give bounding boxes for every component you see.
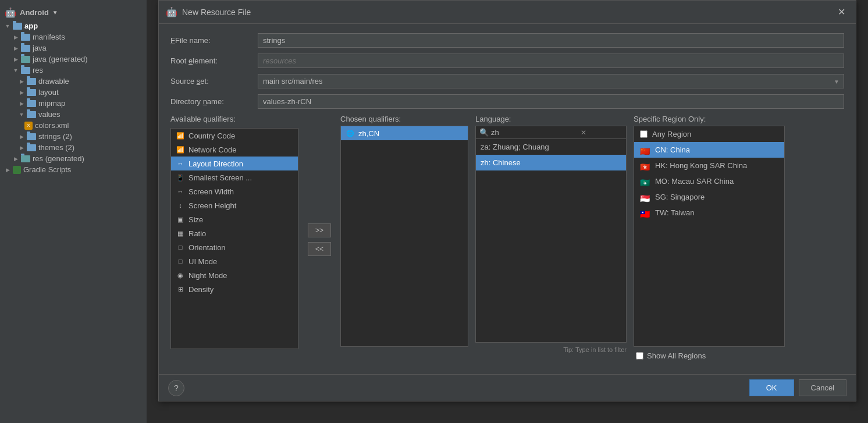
sidebar-item-gradle[interactable]: ▶ Gradle Scripts <box>0 164 147 175</box>
remove-qualifier-button[interactable]: << <box>308 242 331 256</box>
sidebar-item-strings[interactable]: ▶ strings (2) <box>0 131 147 142</box>
expand-icon: ▶ <box>5 167 10 173</box>
qualifier-icon: □ <box>176 243 185 252</box>
qualifier-ratio[interactable]: ▦ Ratio <box>171 226 298 240</box>
language-list[interactable]: za: Zhuang; Chuang zh: Chinese <box>475 139 627 343</box>
qualifier-country-code[interactable]: 📶 Country Code <box>171 129 298 143</box>
directory-name-input[interactable] <box>258 94 844 109</box>
sidebar-item-app[interactable]: ▼ app <box>0 20 147 31</box>
show-all-regions-row: Show All Regions <box>634 347 785 365</box>
folder-icon <box>13 23 22 30</box>
sidebar-item-drawable[interactable]: ▶ drawable <box>0 76 147 87</box>
dialog-body: FFile name: Root element: Source set: ma… <box>159 24 856 374</box>
chosen-item-label: zh,CN <box>358 129 379 138</box>
qualifier-screen-width[interactable]: ↔ Screen Width <box>171 184 298 198</box>
qualifier-ui-mode[interactable]: □ UI Mode <box>171 254 298 268</box>
available-qualifiers-label: Available qualifiers: <box>170 115 298 123</box>
sidebar-item-java[interactable]: ▶ java <box>0 42 147 54</box>
qualifier-night-mode[interactable]: ◉ Night Mode <box>171 268 298 282</box>
folder-icon <box>21 155 30 162</box>
source-set-select[interactable]: main src/main/res <box>258 74 844 88</box>
region-item-cn[interactable]: 🇨🇳 CN: China <box>634 142 784 158</box>
sidebar-item-layout[interactable]: ▶ layout <box>0 87 147 98</box>
sidebar-item-label: Gradle Scripts <box>23 165 71 174</box>
qualifier-icon: ↔ <box>176 159 185 168</box>
show-all-regions-checkbox[interactable] <box>636 352 643 360</box>
region-label: Specific Region Only: <box>634 115 785 123</box>
source-set-label: Source set: <box>170 77 258 86</box>
qualifier-density[interactable]: ⊞ Density <box>171 282 298 296</box>
language-search-box: 🔍 ✕ <box>475 126 627 139</box>
region-item-label: SG: Singapore <box>655 193 705 201</box>
sidebar-item-manifests[interactable]: ▶ manifests <box>0 31 147 42</box>
qualifier-smallest-screen[interactable]: 📱 Smallest Screen ... <box>171 170 298 184</box>
dropdown-arrow-icon[interactable]: ▼ <box>52 9 58 16</box>
qualifier-screen-height[interactable]: ↕ Screen Height <box>171 198 298 212</box>
file-name-label: FFile name: <box>170 36 258 45</box>
region-item-sg[interactable]: 🇸🇬 SG: Singapore <box>634 189 784 205</box>
qualifier-size[interactable]: ▣ Size <box>171 212 298 226</box>
chosen-qualifiers-list[interactable]: 🌐 zh,CN <box>340 126 468 347</box>
sidebar-item-mipmap[interactable]: ▶ mipmap <box>0 98 147 109</box>
expand-icon: ▶ <box>19 79 24 84</box>
region-item-label: Any Region <box>652 130 691 138</box>
ok-button[interactable]: OK <box>749 379 794 396</box>
dialog-overlay: 🤖 New Resource File ✕ FFile name: Root e… <box>147 0 868 423</box>
file-name-input[interactable] <box>258 33 844 48</box>
qualifier-label: Orientation <box>188 243 226 252</box>
sidebar-item-colors[interactable]: X colors.xml <box>0 120 147 131</box>
language-item-za[interactable]: za: Zhuang; Chuang <box>476 139 626 155</box>
region-item-label: MO: Macau SAR China <box>655 177 734 186</box>
dialog-titlebar: 🤖 New Resource File ✕ <box>159 1 856 24</box>
sidebar-item-label: res <box>33 66 43 74</box>
qualifier-icon: ◉ <box>176 271 185 280</box>
expand-icon: ▶ <box>13 34 19 40</box>
sidebar-item-themes[interactable]: ▶ themes (2) <box>0 142 147 153</box>
language-search-input[interactable] <box>491 128 578 137</box>
expand-icon: ▶ <box>19 101 24 106</box>
language-label: Language: <box>475 115 627 123</box>
qualifier-icon: ↕ <box>176 201 185 210</box>
region-item-hk[interactable]: 🇭🇰 HK: Hong Kong SAR China <box>634 158 784 173</box>
sidebar-item-res[interactable]: ▼ res <box>0 65 147 76</box>
expand-icon: ▶ <box>19 145 24 151</box>
chosen-item-zh-cn[interactable]: 🌐 zh,CN <box>341 126 468 140</box>
dialog-title-text: New Resource File <box>182 8 251 17</box>
dialog-title-container: 🤖 New Resource File <box>166 6 251 17</box>
region-list[interactable]: Any Region 🇨🇳 CN: China 🇭🇰 HK: Hong Kong… <box>634 126 785 347</box>
sidebar-header: 🤖 Android ▼ <box>0 5 147 20</box>
available-qualifiers-list[interactable]: 📶 Country Code 📶 Network Code ↔ Layout D… <box>170 128 298 349</box>
any-region-checkbox[interactable] <box>640 130 648 138</box>
sidebar-item-label: manifests <box>33 33 65 41</box>
qualifier-orientation[interactable]: □ Orientation <box>171 240 298 254</box>
chosen-qualifiers-label: Chosen qualifiers: <box>340 115 468 123</box>
root-element-row: Root element: <box>170 54 844 68</box>
qualifier-icon: 📱 <box>176 173 185 182</box>
cancel-button[interactable]: Cancel <box>799 379 846 396</box>
region-item-any[interactable]: Any Region <box>634 126 784 142</box>
root-element-input[interactable] <box>258 54 844 68</box>
region-item-tw[interactable]: 🇹🇼 TW: Taiwan <box>634 205 784 221</box>
globe-icon: 🌐 <box>346 129 355 138</box>
help-button[interactable]: ? <box>168 380 184 396</box>
qualifier-icon: ▣ <box>176 215 185 224</box>
language-item-zh[interactable]: zh: Chinese <box>476 155 626 170</box>
sidebar-item-values[interactable]: ▼ values <box>0 109 147 120</box>
sidebar-item-label: mipmap <box>38 99 65 108</box>
language-panel: Language: 🔍 ✕ za: Zhuang; Chuang zh: Chi… <box>475 115 627 365</box>
sidebar-item-java-generated[interactable]: ▶ java (generated) <box>0 54 147 65</box>
close-button[interactable]: ✕ <box>834 5 849 19</box>
tip-text: Tip: Type in list to filter <box>475 346 627 353</box>
qualifier-network-code[interactable]: 📶 Network Code <box>171 143 298 157</box>
qualifiers-section: Available qualifiers: 📶 Country Code 📶 N… <box>170 115 844 365</box>
region-item-mo[interactable]: 🇲🇴 MO: Macau SAR China <box>634 173 784 189</box>
sidebar-item-label: themes (2) <box>38 143 74 152</box>
region-item-label: HK: Hong Kong SAR China <box>655 161 747 170</box>
folder-icon <box>21 34 30 41</box>
expand-icon: ▼ <box>5 23 10 29</box>
sidebar-item-res-generated[interactable]: ▶ res (generated) <box>0 153 147 164</box>
add-qualifier-button[interactable]: >> <box>308 223 331 237</box>
qualifier-layout-direction[interactable]: ↔ Layout Direction <box>171 157 298 170</box>
clear-search-button[interactable]: ✕ <box>581 129 586 137</box>
flag-sg-icon: 🇸🇬 <box>640 194 650 201</box>
